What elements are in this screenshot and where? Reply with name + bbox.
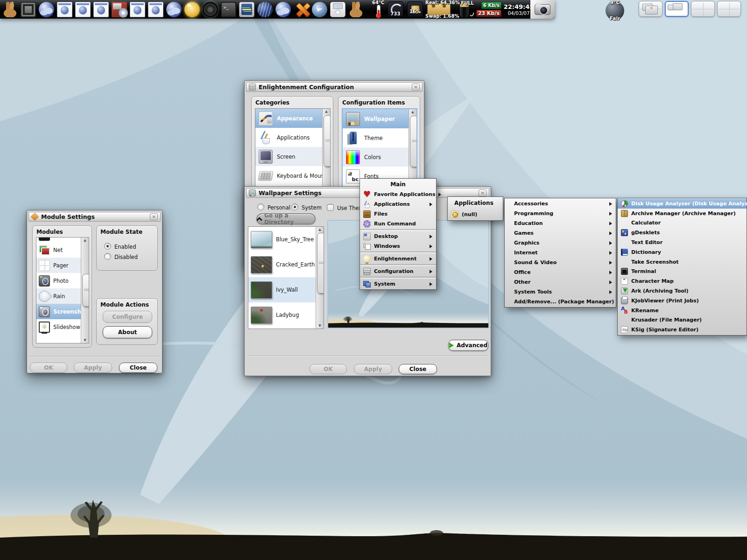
module-row[interactable]: Rain <box>36 288 81 304</box>
menu-item[interactable]: Dictionary <box>618 247 747 257</box>
launcher-icon[interactable] <box>57 2 72 17</box>
module-row[interactable]: Screenshot <box>36 304 81 319</box>
advanced-button[interactable]: Advanced <box>448 340 488 351</box>
config-item-row[interactable]: Colors <box>343 147 409 167</box>
launcher-icon[interactable] <box>221 2 236 17</box>
menu-item[interactable] <box>360 277 436 279</box>
category-row[interactable]: Keyboard & Mouse <box>255 166 322 185</box>
launcher-icon[interactable] <box>21 2 36 17</box>
menu-item[interactable]: Windows <box>360 241 436 251</box>
scroll-down-icon[interactable]: ▼ <box>316 323 324 329</box>
menu-item[interactable]: Other <box>505 277 616 287</box>
launcher-icon[interactable] <box>148 2 163 17</box>
launcher-icon[interactable] <box>75 2 91 17</box>
scroll-up-icon[interactable]: ▲ <box>323 109 330 114</box>
scroll-down-icon[interactable]: ▼ <box>81 337 89 343</box>
menu-item[interactable]: Terminal <box>618 267 747 277</box>
menu-item[interactable]: Sound & Video <box>505 258 616 267</box>
fan-gadget[interactable]: 733 <box>386 0 405 19</box>
network-gadget[interactable]: 6 Kb/s 23 Kb/s <box>476 0 502 19</box>
launcher-icon[interactable] <box>93 2 109 17</box>
apply-button[interactable]: Apply <box>354 364 392 374</box>
enabled-radio[interactable] <box>104 243 111 250</box>
wallpaper-scrollbar[interactable]: ▲ ▼ <box>316 227 324 329</box>
close-button[interactable]: Close <box>119 363 157 373</box>
pager-desktop-3[interactable] <box>691 1 715 17</box>
menu-item[interactable]: Run Command <box>360 219 436 229</box>
close-button[interactable]: Close <box>399 364 437 374</box>
module-row[interactable]: Photo <box>36 273 81 288</box>
menu-item[interactable]: KSig (Signature Editor) <box>618 325 747 335</box>
config-titlebar[interactable]: Enlightenment Configuration <box>246 82 423 92</box>
menu-item[interactable]: Files <box>360 209 436 219</box>
system-radio[interactable] <box>291 203 298 210</box>
module-row[interactable]: Pager <box>36 258 81 273</box>
launcher-icon[interactable] <box>203 2 218 17</box>
launcher-icon[interactable] <box>330 2 345 17</box>
menu-item[interactable]: Games <box>505 228 616 238</box>
scroll-up-icon[interactable]: ▲ <box>316 227 324 232</box>
menu-item[interactable]: Add/Remove... (Package Manager) <box>505 297 616 307</box>
close-icon[interactable] <box>479 189 486 196</box>
apply-button[interactable]: Apply <box>74 363 112 373</box>
menu-item[interactable]: Character Map <box>618 276 747 286</box>
scroll-thumb[interactable] <box>324 115 331 167</box>
launcher-icon[interactable] <box>275 2 291 17</box>
pager-window[interactable]: × <box>645 6 658 14</box>
ok-button[interactable]: OK <box>30 363 67 373</box>
close-icon[interactable] <box>412 84 420 91</box>
ok-button[interactable]: OK <box>310 364 347 374</box>
menu-item[interactable]: Enlightenment <box>360 254 436 264</box>
cpu-gadget[interactable]: 16% <box>406 0 424 19</box>
scroll-thumb[interactable] <box>410 116 417 167</box>
personal-radio[interactable] <box>257 203 264 210</box>
category-row[interactable]: Screen <box>255 147 322 166</box>
about-button[interactable]: About <box>103 326 152 338</box>
config-item-row[interactable]: Theme <box>343 128 409 147</box>
launcher-icon[interactable] <box>312 2 327 17</box>
menu-item[interactable]: System Tools <box>505 287 616 297</box>
menu-item[interactable]: Desktop <box>360 231 436 241</box>
module-row[interactable]: Net <box>36 242 81 258</box>
menu-item[interactable]: Office <box>505 267 616 277</box>
modules-scrollbar[interactable]: ▲ ▼ <box>81 238 89 343</box>
pager-window[interactable] <box>673 3 683 10</box>
disabled-radio[interactable] <box>104 253 111 260</box>
launcher-icon[interactable] <box>348 2 364 17</box>
menu-item[interactable]: KRename <box>618 306 747 315</box>
menu-item[interactable]: Calculator <box>618 218 747 228</box>
menu-item[interactable]: Favorite Applications <box>360 189 436 199</box>
menu-item[interactable] <box>360 264 436 266</box>
pager-desktop-2-active[interactable] <box>665 1 689 17</box>
module-row-partial[interactable] <box>36 238 81 242</box>
launcher-icon[interactable] <box>257 2 273 17</box>
menu-item[interactable]: (null) <box>448 209 503 220</box>
memory-gadget[interactable]: Real: 64.36% Swap: 1.68% <box>425 0 452 19</box>
launcher-icon[interactable] <box>39 2 54 17</box>
menu-item[interactable] <box>360 229 436 231</box>
wallpaper-row[interactable]: Blue_Sky_Tree <box>248 227 316 252</box>
menu-item[interactable]: gDesklets <box>618 228 747 238</box>
menu-item[interactable]: Archive Manager (Archive Manager) <box>618 209 747 218</box>
launcher-icon[interactable] <box>239 2 254 17</box>
launcher-icon[interactable] <box>166 2 182 17</box>
menu-item[interactable]: Ark (Archiving Tool) <box>618 286 747 296</box>
launcher-icon[interactable] <box>294 2 309 17</box>
scroll-thumb[interactable] <box>317 233 324 294</box>
configure-button[interactable]: Configure <box>103 311 152 323</box>
category-row[interactable]: Applications <box>255 128 322 147</box>
menu-item[interactable]: Internet <box>505 248 616 258</box>
menu-item[interactable]: Take Screenshot <box>618 257 747 267</box>
wallpaper-row[interactable]: Ivy_Wall <box>248 277 316 302</box>
module-row[interactable]: Slideshow <box>36 319 81 335</box>
menu-item[interactable]: KJobViewer (Print Jobs) <box>618 296 747 306</box>
menu-item[interactable]: Configuration <box>360 266 436 276</box>
close-icon[interactable] <box>150 213 158 220</box>
scroll-up-icon[interactable]: ▲ <box>81 238 89 243</box>
weather-gadget[interactable]: 9°C Fair <box>601 0 628 20</box>
config-item-row[interactable]: Wallpaper <box>343 109 409 128</box>
use-theme-checkbox[interactable] <box>327 204 334 211</box>
pager-desktop-4[interactable] <box>717 1 741 17</box>
menu-item[interactable]: Krusader (File Manager) <box>618 315 747 325</box>
menu-item[interactable]: System <box>360 279 436 289</box>
